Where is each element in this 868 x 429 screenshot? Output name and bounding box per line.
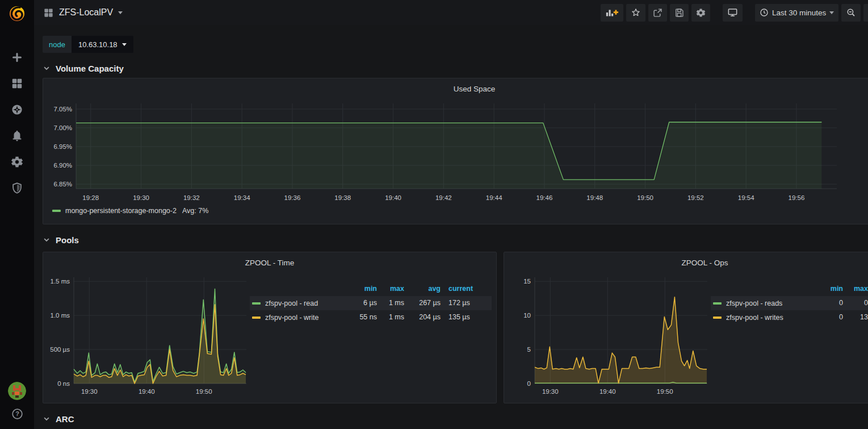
explore-compass-icon[interactable] — [11, 103, 23, 116]
cycle-view-tv-button[interactable] — [723, 4, 743, 22]
series-color-swatch[interactable] — [52, 210, 61, 212]
legend-series-name[interactable]: zfspv-pool - write — [250, 310, 347, 324]
add-panel-button[interactable] — [601, 4, 623, 22]
svg-text:19:34: 19:34 — [234, 194, 250, 201]
svg-text:19:44: 19:44 — [486, 194, 502, 201]
svg-text:0: 0 — [527, 380, 531, 387]
svg-text:5: 5 — [527, 346, 531, 353]
zpool-ops-chart[interactable]: 19:3019:4019:50051015 — [509, 270, 711, 398]
legend-series-name[interactable]: zfspv-pool - reads — [711, 296, 816, 310]
legend-value-min: 0 — [816, 310, 843, 324]
zpool-time-chart[interactable]: 19:3019:4019:500 ns500 µs1.0 ms1.5 ms — [48, 270, 250, 398]
legend-value-max: 1 ms — [377, 310, 404, 324]
grafana-logo[interactable] — [0, 0, 34, 26]
series-color-swatch — [713, 316, 722, 319]
create-icon[interactable] — [11, 51, 23, 64]
svg-text:19:48: 19:48 — [586, 194, 603, 201]
panel-title-zpool-time[interactable]: ZPOOL - Time — [48, 257, 492, 270]
share-dashboard-button[interactable] — [648, 4, 667, 22]
svg-text:19:52: 19:52 — [687, 194, 704, 201]
dashboards-icon[interactable] — [11, 77, 23, 90]
panel-zpool-time: ZPOOL - Time 19:3019:4019:500 ns500 µs1.… — [43, 252, 497, 403]
add-panel-icon — [605, 7, 619, 18]
svg-text:19:30: 19:30 — [542, 388, 559, 395]
alerting-bell-icon[interactable] — [11, 130, 23, 142]
save-dashboard-button[interactable] — [670, 4, 689, 22]
section-volume-capacity[interactable]: Volume Capacity — [43, 61, 868, 76]
legend-value-current: 172 µs — [441, 296, 492, 310]
svg-text:1.0 ms: 1.0 ms — [50, 312, 70, 319]
zpool-time-legend: min max avg current zfspv-pool - read 6 … — [250, 282, 492, 398]
used-space-chart[interactable]: 19:2819:3019:3219:3419:3619:3819:4019:42… — [48, 97, 856, 205]
legend-header-max[interactable]: max — [843, 282, 868, 296]
svg-text:19:50: 19:50 — [657, 388, 673, 395]
series-color-swatch — [252, 316, 261, 319]
svg-text:6.95%: 6.95% — [53, 143, 72, 150]
tv-monitor-icon — [727, 7, 738, 18]
time-range-label: Last 30 minutes — [772, 9, 826, 17]
svg-text:7.00%: 7.00% — [53, 124, 72, 131]
svg-text:19:50: 19:50 — [637, 194, 653, 201]
legend-header-current[interactable]: current — [441, 282, 492, 296]
refresh-interval-button[interactable]: 10s — [863, 4, 868, 22]
svg-text:19:40: 19:40 — [139, 388, 155, 395]
submenu-variables: node 10.63.10.18 — [43, 36, 868, 53]
legend-series-name[interactable]: zfspv-pool - writes — [711, 310, 816, 324]
svg-text:0 ns: 0 ns — [57, 380, 70, 387]
legend-header-max[interactable]: max — [377, 282, 404, 296]
chevron-down-icon — [43, 236, 51, 244]
svg-text:500 µs: 500 µs — [50, 346, 70, 353]
svg-text:19:54: 19:54 — [738, 194, 754, 201]
panel-zpool-ops: ZPOOL - Ops 19:3019:4019:50051015 min ma… — [504, 252, 868, 403]
node-variable-dropdown[interactable]: node 10.63.10.18 — [43, 36, 133, 53]
svg-text:19:50: 19:50 — [196, 388, 212, 395]
svg-text:19:38: 19:38 — [334, 194, 351, 201]
zoom-out-time-button[interactable] — [841, 4, 861, 22]
dashboard-title-menu[interactable]: ZFS-LocalPV — [43, 7, 123, 18]
svg-text:6.90%: 6.90% — [53, 162, 72, 169]
svg-text:19:30: 19:30 — [81, 388, 98, 395]
help-icon[interactable]: ? — [11, 408, 23, 420]
dashboard-settings-button[interactable] — [691, 4, 710, 22]
chevron-down-icon — [43, 415, 51, 423]
legend-value-min: 6 µs — [347, 296, 377, 310]
svg-text:?: ? — [15, 410, 19, 417]
legend-value-max: 13 — [843, 310, 868, 324]
section-arc[interactable]: ARC — [43, 411, 868, 426]
svg-text:19:30: 19:30 — [133, 194, 149, 201]
zpool-ops-legend: min max total zfspv-pool - reads 0 0 0 — [711, 282, 868, 398]
svg-text:19:40: 19:40 — [385, 194, 401, 201]
legend-header-min[interactable]: min — [816, 282, 843, 296]
legend-header-min[interactable]: min — [347, 282, 377, 296]
save-icon — [674, 8, 684, 18]
panel-title-used-space[interactable]: Used Space — [48, 83, 868, 97]
time-range-picker[interactable]: Last 30 minutes — [755, 4, 838, 22]
legend-value-min: 0 — [816, 296, 843, 310]
star-dashboard-button[interactable] — [626, 4, 645, 22]
section-pools[interactable]: Pools — [43, 232, 868, 247]
svg-text:19:40: 19:40 — [599, 388, 616, 395]
clock-icon — [760, 8, 769, 17]
grafana-app: ? ZFS-LocalPV — [0, 0, 868, 429]
zoom-out-icon — [846, 7, 856, 18]
series-color-swatch — [252, 302, 261, 305]
svg-text:19:32: 19:32 — [183, 194, 200, 201]
sidebar: ? — [0, 0, 34, 429]
panel-used-space: Used Space 19:2819:3019:3219:3419:3619:3… — [43, 78, 868, 224]
legend-series-name[interactable]: zfspv-pool - read — [250, 296, 347, 310]
server-admin-shield-icon[interactable] — [11, 182, 23, 194]
caret-down-icon — [118, 11, 123, 14]
user-avatar[interactable] — [8, 382, 26, 400]
svg-text:19:56: 19:56 — [789, 194, 805, 201]
dashboard-title: ZFS-LocalPV — [59, 7, 113, 18]
legend-series-name[interactable]: mongo-persistent-storage-mongo-2 — [65, 207, 177, 215]
legend-value-min: 55 ns — [347, 310, 377, 324]
legend-header-avg[interactable]: avg — [404, 282, 441, 296]
legend-value-avg: 204 µs — [404, 310, 441, 324]
node-variable-label: node — [43, 36, 72, 53]
configuration-gear-icon[interactable] — [11, 156, 23, 168]
svg-text:19:46: 19:46 — [536, 194, 553, 201]
svg-text:19:42: 19:42 — [435, 194, 452, 201]
node-variable-value: 10.63.10.18 — [78, 40, 118, 49]
panel-title-zpool-ops[interactable]: ZPOOL - Ops — [509, 257, 868, 270]
